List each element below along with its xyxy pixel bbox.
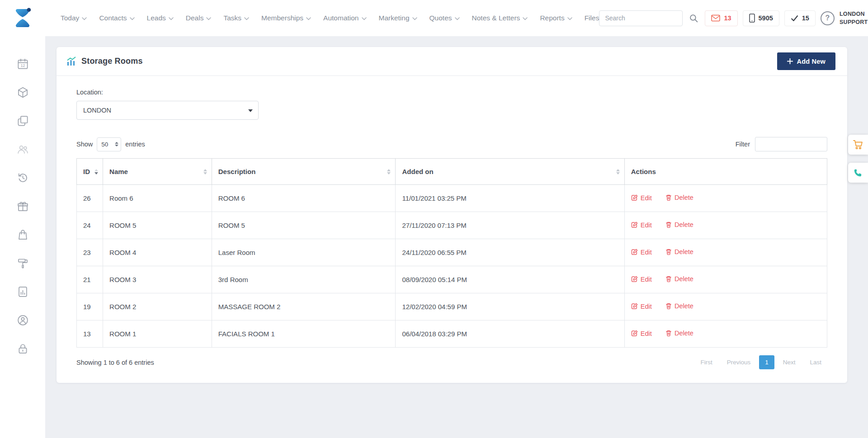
table-footer: Showing 1 to 6 of 6 entries First Previo… xyxy=(76,355,827,369)
cell-id: 13 xyxy=(77,320,103,348)
nav-item-label: Memberships xyxy=(261,14,303,22)
delete-link[interactable]: Delete xyxy=(665,221,693,228)
delete-icon xyxy=(665,194,672,201)
cart-widget[interactable] xyxy=(848,135,868,155)
delete-link[interactable]: Delete xyxy=(665,248,693,255)
search-button[interactable] xyxy=(688,12,700,24)
pagination-last[interactable]: Last xyxy=(804,355,827,369)
edit-link[interactable]: Edit xyxy=(631,276,652,283)
lock-icon[interactable] xyxy=(17,343,29,355)
main-nav: Today Contacts Leads Deals Tasks Members… xyxy=(61,14,599,22)
sort-icon xyxy=(203,169,207,174)
nav-item[interactable]: Leads xyxy=(147,14,174,22)
edit-link[interactable]: Edit xyxy=(631,303,652,310)
edit-icon xyxy=(631,194,638,201)
delete-icon xyxy=(665,221,672,228)
delete-link[interactable]: Delete xyxy=(665,302,693,310)
nav-item[interactable]: Reports xyxy=(540,14,572,22)
nav-item[interactable]: Tasks xyxy=(223,14,249,22)
pagination-previous[interactable]: Previous xyxy=(721,355,757,369)
edit-link[interactable]: Edit xyxy=(631,249,652,256)
plus-icon xyxy=(787,58,793,64)
cell-added-on: 11/01/2021 03:25 PM xyxy=(396,185,624,212)
header-added-on[interactable]: Added on xyxy=(396,159,624,185)
topbar-right: 13 5905 15 ? LONDON SUPPORT xyxy=(599,9,868,27)
team-icon[interactable] xyxy=(17,143,29,155)
delete-link-label: Delete xyxy=(675,248,693,255)
nav-item[interactable]: Memberships xyxy=(261,14,311,22)
edit-link[interactable]: Edit xyxy=(631,194,652,202)
storage-rooms-card: Storage Rooms Add New Location: LONDON S… xyxy=(57,47,847,383)
nav-item[interactable]: Today xyxy=(61,14,87,22)
sort-icon xyxy=(616,169,620,174)
pagination-next[interactable]: Next xyxy=(777,355,802,369)
nav-item[interactable]: Marketing xyxy=(379,14,417,22)
location-label: Location: xyxy=(76,89,827,96)
delete-link[interactable]: Delete xyxy=(665,275,693,283)
help-icon[interactable]: ? xyxy=(821,11,835,25)
app-logo[interactable] xyxy=(0,7,45,29)
sort-icon xyxy=(94,169,98,174)
delete-link-label: Delete xyxy=(675,275,693,283)
filter-label: Filter xyxy=(736,141,750,148)
chevron-down-icon xyxy=(306,17,311,20)
history-icon[interactable] xyxy=(17,172,29,184)
logo-icon xyxy=(12,7,33,29)
search-input[interactable] xyxy=(599,10,683,26)
cell-description: FACIALS ROOM 1 xyxy=(212,320,396,348)
tasks-count: 15 xyxy=(802,14,809,22)
copy-windows-icon[interactable] xyxy=(17,115,29,127)
calendar-icon[interactable]: 12 xyxy=(17,58,29,70)
nav-item[interactable]: Deals xyxy=(186,14,212,22)
services-icon[interactable] xyxy=(17,257,29,269)
card-body: Location: LONDON Show 50 entries Filter xyxy=(57,76,847,383)
header-actions: Actions xyxy=(624,159,827,185)
header-id[interactable]: ID xyxy=(77,159,103,185)
edit-link-label: Edit xyxy=(641,194,652,202)
device-badge[interactable]: 5905 xyxy=(743,10,779,26)
nav-item-label: Leads xyxy=(147,14,166,22)
account-circle-icon[interactable] xyxy=(17,314,29,326)
edit-link[interactable]: Edit xyxy=(631,221,652,229)
delete-link[interactable]: Delete xyxy=(665,194,693,201)
show-label: Show xyxy=(76,141,93,148)
cell-id: 21 xyxy=(77,266,103,293)
report-icon[interactable] xyxy=(17,286,29,298)
nav-item[interactable]: Automation xyxy=(323,14,366,22)
table-header-row: ID Name Description Added on xyxy=(77,159,827,185)
location-select[interactable]: LONDON xyxy=(76,101,259,120)
messages-badge[interactable]: 13 xyxy=(705,10,737,26)
nav-item[interactable]: Contacts xyxy=(99,14,134,22)
header-description[interactable]: Description xyxy=(212,159,396,185)
add-new-button[interactable]: Add New xyxy=(777,52,835,70)
mobile-icon xyxy=(749,14,755,23)
nav-item[interactable]: Quotes xyxy=(429,14,460,22)
chevron-down-icon xyxy=(82,17,87,20)
tasks-badge[interactable]: 15 xyxy=(784,10,816,26)
delete-link[interactable]: Delete xyxy=(665,330,693,337)
gift-icon[interactable] xyxy=(17,200,29,212)
card-header: Storage Rooms Add New xyxy=(57,47,847,76)
inventory-box-icon[interactable] xyxy=(17,86,29,99)
delete-link-label: Delete xyxy=(675,194,693,201)
filter-input[interactable] xyxy=(755,137,827,151)
edit-link[interactable]: Edit xyxy=(631,330,652,337)
chevron-down-icon xyxy=(412,17,417,20)
table-row: 13 ROOM 1 FACIALS ROOM 1 06/04/2018 03:2… xyxy=(77,320,827,348)
call-widget[interactable] xyxy=(848,163,868,183)
edit-link-label: Edit xyxy=(641,276,652,283)
entries-label: entries xyxy=(125,141,145,148)
pagination-page-1[interactable]: 1 xyxy=(759,355,774,369)
nav-item-label: Contacts xyxy=(99,14,127,22)
show-entries-select[interactable]: 50 xyxy=(97,137,121,151)
topbar: Today Contacts Leads Deals Tasks Members… xyxy=(0,0,868,36)
cell-id: 26 xyxy=(77,185,103,212)
nav-item[interactable]: Notes & Letters xyxy=(472,14,528,22)
sort-icon xyxy=(387,169,391,174)
envelope-icon xyxy=(711,14,720,22)
header-name[interactable]: Name xyxy=(103,159,212,185)
nav-item[interactable]: Files xyxy=(585,14,599,22)
shopping-bag-icon[interactable] xyxy=(17,229,29,241)
pagination-first[interactable]: First xyxy=(694,355,718,369)
chevron-down-icon xyxy=(169,17,174,20)
